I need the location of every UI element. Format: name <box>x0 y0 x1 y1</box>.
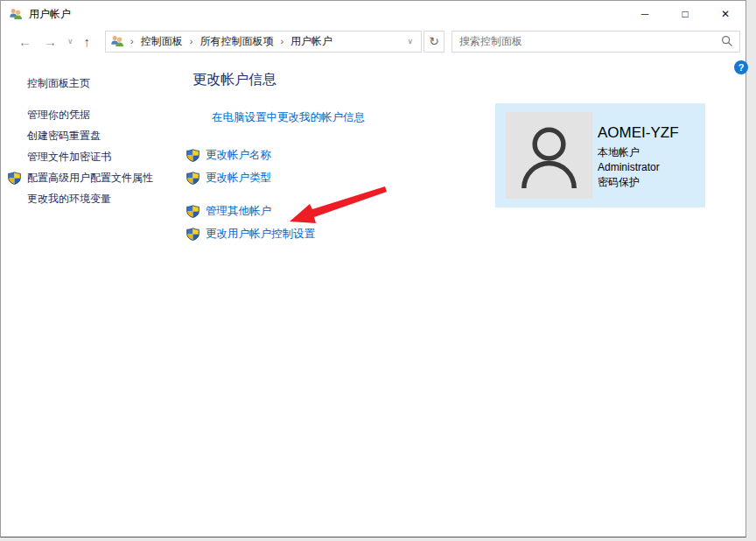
sidebar-item-label: 控制面板主页 <box>27 76 90 91</box>
sidebar-item-label: 配置高级用户配置文件属性 <box>27 171 153 186</box>
content-area: 控制面板主页 管理你的凭据 创建密码重置盘 管理文件加密证书 <box>1 55 746 537</box>
close-button[interactable]: ✕ <box>705 1 746 27</box>
breadcrumb-user-accounts[interactable]: 用户帐户 <box>286 34 337 49</box>
help-icon[interactable]: ? <box>734 60 748 74</box>
sidebar-item-create-password-reset-disk[interactable]: 创建密码重置盘 <box>27 130 192 143</box>
nav-arrows: ← → ∨ ↑ <box>1 34 105 49</box>
forward-button[interactable]: → <box>38 34 63 49</box>
search-icon <box>721 35 733 47</box>
uac-shield-icon <box>186 228 200 241</box>
sidebar-item-control-panel-home[interactable]: 控制面板主页 <box>27 77 192 90</box>
recent-pages-dropdown-icon[interactable]: ∨ <box>63 37 78 46</box>
back-button[interactable]: ← <box>12 34 38 49</box>
up-button[interactable]: ↑ <box>78 34 97 49</box>
account-password-line: 密码保护 <box>598 175 679 190</box>
sidebar: 控制面板主页 管理你的凭据 创建密码重置盘 管理文件加密证书 <box>1 55 192 537</box>
account-details: AOMEI-YZF 本地帐户 Administrator 密码保护 <box>598 124 679 190</box>
task-link-label[interactable]: 更改帐户名称 <box>206 148 271 163</box>
task-change-uac-settings[interactable]: 更改用户帐户控制设置 <box>186 227 746 241</box>
refresh-button[interactable]: ↻ <box>424 31 444 53</box>
account-role-line: Administrator <box>598 160 679 175</box>
breadcrumb-chevron-icon[interactable]: › <box>128 36 136 46</box>
sidebar-item-label: 管理你的凭据 <box>27 108 90 123</box>
sidebar-item-label: 创建密码重置盘 <box>27 129 101 144</box>
search-input[interactable] <box>459 35 721 47</box>
task-link-label[interactable]: 更改帐户类型 <box>206 171 271 186</box>
pc-settings-link-text[interactable]: 在电脑设置中更改我的帐户信息 <box>212 111 365 123</box>
window-controls: ─ □ ✕ <box>625 1 746 27</box>
account-info-panel: AOMEI-YZF 本地帐户 Administrator 密码保护 <box>495 103 705 207</box>
sidebar-item-advanced-user-profiles[interactable]: 配置高级用户配置文件属性 <box>8 172 192 185</box>
person-icon <box>506 112 592 199</box>
search-box <box>452 31 740 53</box>
breadcrumb-all-items[interactable]: 所有控制面板项 <box>195 34 277 49</box>
breadcrumb-control-panel[interactable]: 控制面板 <box>136 34 187 49</box>
window-title: 用户帐户 <box>29 7 71 22</box>
task-link-label[interactable]: 管理其他帐户 <box>206 204 271 219</box>
address-dropdown-icon[interactable]: ∨ <box>402 37 420 46</box>
sidebar-item-label: 更改我的环境变量 <box>27 192 111 207</box>
navigation-toolbar: ← → ∨ ↑ › 控制面板 › 所有控制面板项 › 用户帐户 ∨ ↻ <box>1 27 746 55</box>
sidebar-item-manage-credentials[interactable]: 管理你的凭据 <box>27 109 192 122</box>
maximize-button[interactable]: □ <box>665 1 705 27</box>
address-bar[interactable]: › 控制面板 › 所有控制面板项 › 用户帐户 ∨ <box>105 31 422 53</box>
account-name: AOMEI-YZF <box>598 124 679 142</box>
sidebar-item-manage-file-encryption-certificates[interactable]: 管理文件加密证书 <box>27 151 192 164</box>
sidebar-item-change-environment-variables[interactable]: 更改我的环境变量 <box>27 193 192 206</box>
account-type-line: 本地帐户 <box>598 145 679 160</box>
page-title: 更改帐户信息 <box>192 71 746 89</box>
user-accounts-icon <box>110 34 124 48</box>
uac-shield-icon <box>8 172 21 185</box>
task-link-label[interactable]: 更改用户帐户控制设置 <box>206 227 315 242</box>
breadcrumb-chevron-icon[interactable]: › <box>187 36 196 46</box>
user-accounts-icon <box>9 7 23 21</box>
title-bar: 用户帐户 ─ □ ✕ <box>1 1 746 27</box>
user-accounts-window: 用户帐户 ─ □ ✕ ← → ∨ ↑ › 控制面板 › <box>0 0 746 537</box>
sidebar-item-label: 管理文件加密证书 <box>27 150 111 165</box>
minimize-button[interactable]: ─ <box>625 1 665 27</box>
breadcrumb-chevron-icon[interactable]: › <box>277 36 286 46</box>
uac-shield-icon <box>186 205 200 218</box>
avatar <box>506 112 592 199</box>
